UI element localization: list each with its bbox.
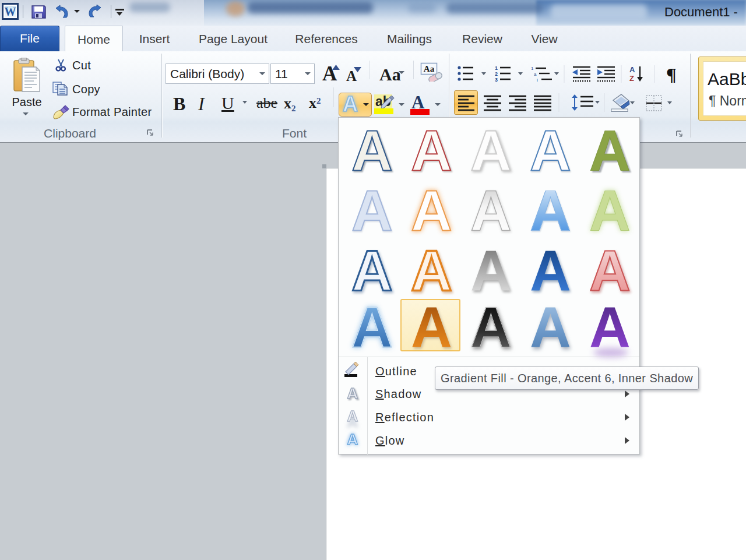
svg-text:2: 2 <box>495 71 498 77</box>
svg-text:W: W <box>5 5 16 18</box>
svg-text:Aa: Aa <box>424 64 435 73</box>
svg-text:¶: ¶ <box>666 65 677 83</box>
svg-text:3: 3 <box>495 77 498 83</box>
svg-text:a: a <box>534 72 537 77</box>
svg-text:i: i <box>537 78 538 83</box>
svg-text:A: A <box>629 65 635 74</box>
svg-text:1: 1 <box>495 65 498 71</box>
svg-text:Z: Z <box>629 74 634 83</box>
svg-text:1: 1 <box>531 66 534 71</box>
